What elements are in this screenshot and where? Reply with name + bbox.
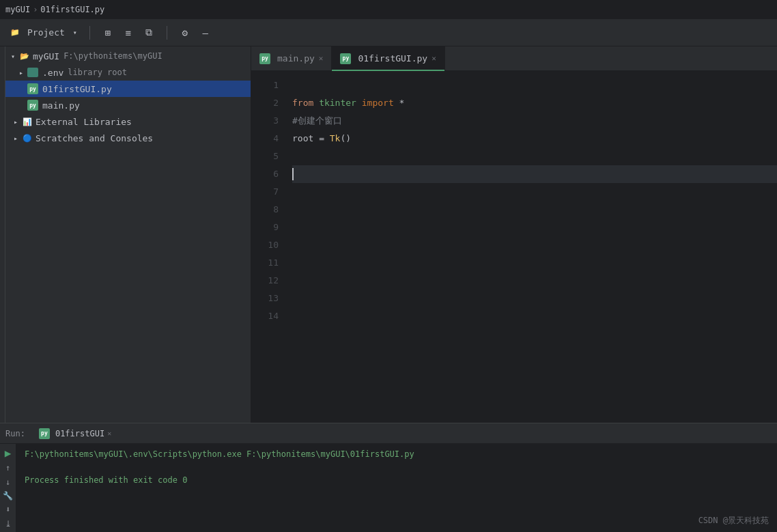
scratch-icon: 🔵 (22, 132, 33, 143)
tab-firstgui[interactable]: py 01firstGUI.py ✕ (332, 46, 444, 71)
toolbar-sep-2 (167, 26, 167, 40)
run-label: Run: (0, 429, 31, 438)
code-line-8 (292, 201, 777, 219)
run-output-path: F:\pythonitems\myGUI\.env\Scripts\python… (25, 448, 769, 461)
tab-firstgui-close[interactable]: ✕ (432, 54, 436, 63)
run-scroll-down-button[interactable]: ↓ (1, 476, 15, 487)
line-numbers: 1 2 3 4 5 6 7 8 9 10 11 12 13 14 (251, 71, 287, 423)
main-area: 📂 myGUI F:\pythonitems\myGUI .env librar… (0, 46, 777, 423)
run-scroll-to-end-button[interactable]: ⬇ (1, 504, 15, 515)
tree-item-scratches[interactable]: 🔵 Scratches and Consoles (5, 130, 251, 146)
run-collapse-button[interactable]: ⤓ (1, 518, 15, 529)
code-line-5 (292, 148, 777, 165)
tab-main-close[interactable]: ✕ (319, 54, 324, 63)
code-editor[interactable]: 1 2 3 4 5 6 7 8 9 10 11 12 13 14 fro (251, 71, 777, 423)
code-line-7 (292, 183, 777, 201)
text-cursor (292, 168, 294, 180)
run-scroll-up-button[interactable]: ↑ (1, 462, 15, 473)
bottom-content: ▶ ↑ ↓ 🔧 ⬇ ⤓ F:\pythonitems\myGUI\.env\Sc… (0, 444, 777, 532)
code-line-2: from tkinter import * (292, 94, 777, 112)
run-tools-button[interactable]: 🔧 (1, 490, 15, 501)
tree-item-root[interactable]: 📂 myGUI F:\pythonitems\myGUI (5, 48, 251, 64)
scratch-chevron-icon (11, 133, 20, 143)
file-tree: 📂 myGUI F:\pythonitems\myGUI .env librar… (5, 46, 251, 423)
tab-firstgui-label: 01firstGUI.py (358, 53, 427, 64)
title-bar: myGUI › 01firstGUI.py (0, 0, 777, 19)
extlib-icon: 📊 (22, 116, 33, 127)
main-label: main.py (42, 100, 80, 111)
run-tab-close[interactable]: ✕ (107, 430, 111, 437)
op-parens: () (340, 130, 351, 148)
run-tab-icon: py (39, 428, 50, 439)
code-line-3: #创建个窗口 (292, 112, 777, 130)
project-panel: 📂 myGUI F:\pythonitems\myGUI .env librar… (5, 46, 251, 423)
side-tools (0, 46, 5, 423)
tab-main[interactable]: py main.py ✕ (251, 46, 332, 71)
run-play-button[interactable]: ▶ (1, 447, 15, 460)
breadcrumb: myGUI › 01firstGUI.py (5, 5, 104, 14)
env-sublabel: library root (68, 68, 127, 77)
code-line-4: root = Tk () (292, 130, 777, 148)
scratch-label: Scratches and Consoles (36, 133, 153, 143)
cls-tk: Tk (330, 130, 341, 148)
run-output-exit: Process finished with exit code 0 (25, 474, 769, 487)
code-line-9 (292, 219, 777, 236)
tree-item-env[interactable]: .env library root (5, 64, 251, 81)
run-tab[interactable]: py 01firstGUI ✕ (31, 423, 119, 444)
code-line-10 (292, 236, 777, 254)
kw-from: from (292, 94, 313, 112)
kw-import: import (362, 94, 394, 112)
tree-item-firstgui[interactable]: py 01firstGUI.py (5, 81, 251, 97)
settings-icon[interactable]: ⚙ (175, 23, 195, 42)
toolbar-sep-1 (89, 26, 90, 40)
firstgui-file-icon: py (27, 83, 38, 94)
tree-item-extlibs[interactable]: 📊 External Libraries (5, 113, 251, 130)
layout-icon[interactable]: ⊞ (98, 23, 117, 42)
breadcrumb-sep: › (33, 5, 38, 14)
code-line-14 (292, 307, 777, 325)
tree-item-main[interactable]: py main.py (5, 97, 251, 113)
code-lines[interactable]: from tkinter import * #创建个窗口 root = Tk (287, 71, 777, 423)
main-file-icon: py (27, 100, 38, 111)
space-2 (356, 94, 362, 112)
run-tab-label: 01firstGUI (55, 429, 104, 438)
tabs-bar: py main.py ✕ py 01firstGUI.py ✕ (251, 46, 777, 71)
collapse-all-icon[interactable]: ≡ (119, 23, 138, 42)
extlib-chevron-icon (11, 117, 20, 126)
tab-main-icon: py (259, 53, 270, 64)
breadcrumb-project: myGUI (5, 5, 30, 14)
tab-firstgui-icon: py (340, 53, 351, 64)
var-root: root (292, 130, 313, 148)
root-path: F:\pythonitems\myGUI (63, 51, 163, 61)
run-controls: ▶ ↑ ↓ 🔧 ⬇ ⤓ (0, 444, 16, 532)
env-label: .env (42, 68, 63, 78)
run-output: F:\pythonitems\myGUI\.env\Scripts\python… (16, 444, 777, 532)
extlib-label: External Libraries (36, 117, 132, 127)
toolbar-settings: ⚙ — (171, 23, 219, 42)
project-dropdown-icon[interactable] (70, 28, 80, 38)
minimize-icon[interactable]: — (196, 23, 215, 42)
code-line-6 (292, 165, 777, 183)
code-line-13 (292, 290, 777, 307)
code-line-11 (292, 254, 777, 272)
toolbar: 📁 Project ⊞ ≡ ⧉ ⚙ — (0, 19, 777, 46)
bottom-panel: Run: py 01firstGUI ✕ ▶ ↑ ↓ 🔧 ⬇ ⤓ F:\pyth… (0, 423, 777, 532)
space-1 (313, 94, 319, 112)
root-chevron-icon (8, 51, 18, 61)
run-output-empty (25, 461, 769, 474)
tab-main-label: main.py (277, 53, 315, 64)
folder-small-icon: 📁 (10, 27, 20, 38)
firstgui-label: 01firstGUI.py (42, 84, 112, 94)
comment-line: #创建个窗口 (292, 112, 342, 130)
code-line-1 (292, 76, 777, 94)
module-tkinter: tkinter (319, 94, 356, 112)
split-icon[interactable]: ⧉ (139, 23, 158, 42)
project-label: Project (25, 27, 68, 38)
breadcrumb-file: 01firstGUI.py (40, 5, 104, 14)
toolbar-left: 📁 Project (5, 27, 85, 38)
root-label: myGUI (33, 51, 59, 61)
env-folder-icon (27, 68, 38, 77)
env-chevron-icon (16, 68, 26, 77)
op-assign: = (313, 130, 329, 148)
code-line-12 (292, 272, 777, 290)
